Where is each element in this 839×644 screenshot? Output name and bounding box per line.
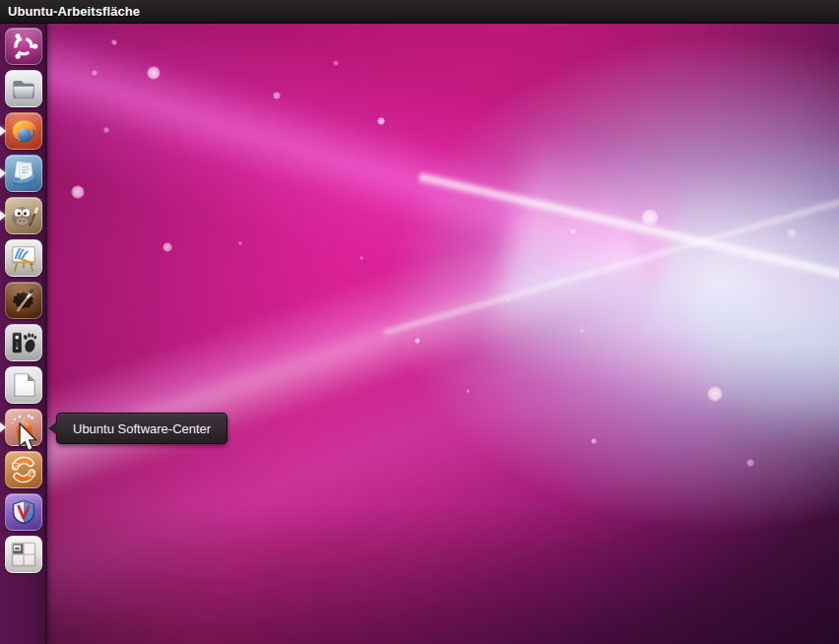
topbar: Ubuntu-Arbeitsfläche [0,0,839,24]
launcher-item-workspace-switcher[interactable] [5,536,42,573]
launcher-item-mypaint[interactable] [5,282,42,319]
tooltip-arrow [48,421,57,435]
tooltip-label: Ubuntu Software-Center [73,421,211,436]
launcher-item-shield-v[interactable] [5,493,42,531]
launcher-item-software-center[interactable] [5,409,42,446]
running-indicator [0,211,6,221]
gimp-wilber-icon [9,201,38,230]
refresh-arrows-icon [9,455,38,484]
tooltip-ubuntu-software-center: Ubuntu Software-Center [56,413,227,444]
launcher-item-documents[interactable] [5,155,42,192]
running-indicator [0,422,6,432]
workspace-grid-icon [9,540,38,569]
ubuntu-desktop-screen: Ubuntu-Arbeitsfläche [0,0,839,644]
launcher-item-files[interactable] [5,70,42,107]
desktop-wallpaper[interactable] [0,0,839,644]
folder-icon [9,74,38,103]
paintbrush-splash-icon [9,286,38,315]
launcher-item-paint-easel[interactable] [5,239,42,277]
launcher-item-gimp[interactable] [5,197,42,234]
launcher-item-firefox[interactable] [5,112,42,150]
easel-painting-icon [9,243,38,273]
shield-v-icon [9,497,38,527]
shopping-bag-icon [9,413,38,442]
document-page-icon [9,370,38,400]
running-indicator [0,126,6,136]
unity-launcher [0,24,47,644]
launcher-item-dash-home[interactable] [5,28,42,65]
ubuntu-logo-icon [9,32,38,61]
gnome-foot-panel-icon [9,328,38,357]
blue-documents-icon [9,159,38,188]
window-title: Ubuntu-Arbeitsfläche [8,4,140,19]
running-indicator [0,168,6,178]
launcher-item-gnome-tweak[interactable] [5,324,42,361]
launcher-item-update-manager[interactable] [5,451,42,488]
firefox-icon [9,116,38,146]
launcher-items [5,28,42,573]
launcher-item-libreoffice[interactable] [5,366,42,404]
